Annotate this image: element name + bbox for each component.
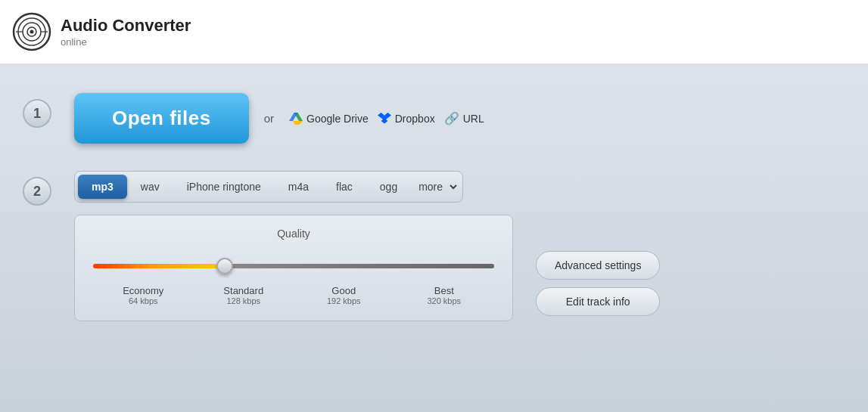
edit-track-info-button[interactable]: Edit track info — [536, 287, 660, 316]
step2-content: mp3 wav iPhone ringtone m4a flac ogg mor… — [74, 171, 845, 321]
dropbox-icon — [378, 112, 391, 125]
google-drive-link[interactable]: Google Drive — [289, 113, 369, 125]
quality-markers: Economy 64 kbps Standard 128 kbps Good 1… — [93, 285, 494, 305]
quality-label: Quality — [93, 228, 494, 240]
quality-slider-container — [93, 252, 494, 277]
svg-marker-14 — [381, 118, 387, 123]
tab-flac[interactable]: flac — [322, 175, 366, 199]
tab-iphone-ringtone[interactable]: iPhone ringtone — [173, 175, 275, 199]
tab-wav[interactable]: wav — [127, 175, 173, 199]
google-drive-icon — [289, 113, 303, 125]
quality-good: Good 192 kbps — [294, 285, 394, 305]
right-buttons: Advanced settings Edit track info — [536, 251, 660, 316]
svg-point-4 — [30, 30, 34, 34]
main-content: 1 Open files or Google Drive — [0, 64, 868, 412]
url-label: URL — [463, 113, 484, 125]
quality-slider[interactable] — [93, 264, 494, 268]
more-formats-select[interactable]: more aac wma aiff — [411, 175, 459, 199]
advanced-settings-button[interactable]: Advanced settings — [536, 251, 660, 280]
svg-marker-9 — [289, 121, 303, 125]
step1-row: 1 Open files or Google Drive — [0, 79, 868, 157]
app-logo-icon — [12, 12, 51, 51]
quality-economy: Economy 64 kbps — [93, 285, 194, 305]
tab-mp3[interactable]: mp3 — [78, 175, 127, 199]
app-title: Audio Converter — [61, 16, 191, 36]
tab-ogg[interactable]: ogg — [366, 175, 411, 199]
or-text: or — [264, 112, 274, 125]
url-link[interactable]: 🔗 URL — [444, 111, 484, 125]
app-subtitle: online — [61, 36, 191, 48]
quality-panel: Quality Economy 64 kbps Standard 128 kbp… — [74, 215, 513, 321]
cloud-links: Google Drive Dropbox 🔗 URL — [289, 111, 484, 125]
step2-lower-row: Quality Economy 64 kbps Standard 128 kbp… — [74, 215, 845, 321]
logo-text-group: Audio Converter online — [61, 16, 191, 47]
step2-row: 2 mp3 wav iPhone ringtone m4a flac ogg m… — [0, 157, 868, 335]
dropbox-link[interactable]: Dropbox — [378, 112, 435, 125]
quality-best: Best 320 kbps — [394, 285, 495, 305]
step1-number: 1 — [23, 99, 51, 128]
step1-content: Open files or Google Drive — [74, 93, 484, 144]
app-header: Audio Converter online — [0, 0, 868, 64]
quality-standard: Standard 128 kbps — [194, 285, 294, 305]
google-drive-label: Google Drive — [306, 113, 369, 125]
more-select-wrapper: more aac wma aiff — [411, 175, 459, 199]
tab-m4a[interactable]: m4a — [275, 175, 322, 199]
format-tabs: mp3 wav iPhone ringtone m4a flac ogg mor… — [74, 171, 463, 203]
dropbox-label: Dropbox — [395, 113, 435, 125]
url-icon: 🔗 — [444, 111, 459, 125]
open-files-button[interactable]: Open files — [74, 93, 249, 144]
step2-number: 2 — [23, 177, 51, 206]
